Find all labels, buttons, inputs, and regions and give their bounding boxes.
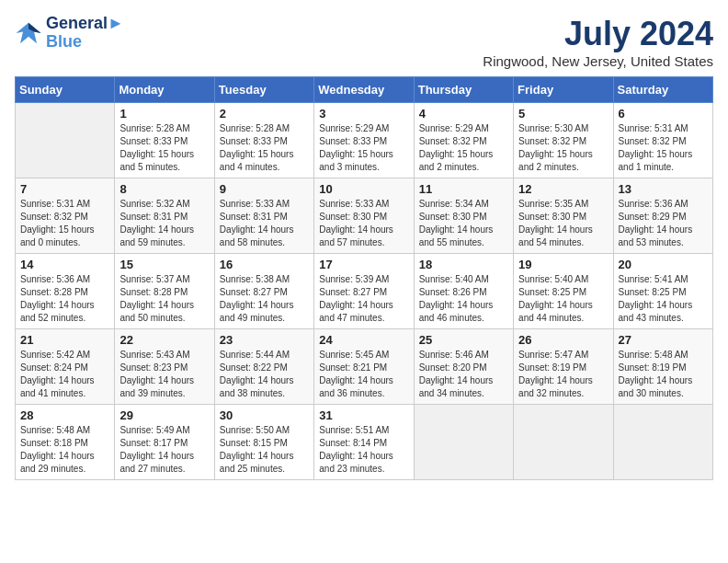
page-header: General► Blue July 2024 Ringwood, New Je… [15,15,713,69]
table-row: 3Sunrise: 5:29 AM Sunset: 8:33 PM Daylig… [314,103,414,178]
day-number: 27 [619,333,708,347]
header-tuesday: Tuesday [214,77,313,103]
calendar-header-row: Sunday Monday Tuesday Wednesday Thursday… [16,77,713,103]
day-info: Sunrise: 5:39 AM Sunset: 8:27 PM Dayligh… [319,273,408,325]
table-row [514,405,613,480]
table-row: 26Sunrise: 5:47 AM Sunset: 8:19 PM Dayli… [514,329,613,405]
day-info: Sunrise: 5:31 AM Sunset: 8:32 PM Dayligh… [619,122,708,174]
day-info: Sunrise: 5:48 AM Sunset: 8:18 PM Dayligh… [20,424,109,476]
table-row: 28Sunrise: 5:48 AM Sunset: 8:18 PM Dayli… [16,405,115,480]
calendar-week-3: 14Sunrise: 5:36 AM Sunset: 8:28 PM Dayli… [16,254,713,329]
day-info: Sunrise: 5:50 AM Sunset: 8:15 PM Dayligh… [220,424,309,476]
table-row: 31Sunrise: 5:51 AM Sunset: 8:14 PM Dayli… [314,405,414,480]
table-row: 18Sunrise: 5:40 AM Sunset: 8:26 PM Dayli… [414,254,513,329]
table-row: 6Sunrise: 5:31 AM Sunset: 8:32 PM Daylig… [613,103,712,178]
table-row [613,405,712,480]
table-row: 11Sunrise: 5:34 AM Sunset: 8:30 PM Dayli… [414,178,513,254]
day-info: Sunrise: 5:36 AM Sunset: 8:28 PM Dayligh… [20,273,109,325]
day-number: 14 [20,258,109,271]
day-info: Sunrise: 5:36 AM Sunset: 8:29 PM Dayligh… [619,198,708,249]
day-number: 8 [119,182,209,196]
day-info: Sunrise: 5:41 AM Sunset: 8:25 PM Dayligh… [619,273,708,325]
day-number: 1 [119,107,209,121]
location: Ringwood, New Jersey, United States [483,53,713,69]
header-saturday: Saturday [613,77,712,103]
day-info: Sunrise: 5:28 AM Sunset: 8:33 PM Dayligh… [119,122,209,174]
header-thursday: Thursday [414,77,513,103]
table-row: 15Sunrise: 5:37 AM Sunset: 8:28 PM Dayli… [115,254,214,329]
day-info: Sunrise: 5:32 AM Sunset: 8:31 PM Dayligh… [119,198,209,249]
calendar-week-5: 28Sunrise: 5:48 AM Sunset: 8:18 PM Dayli… [16,405,713,480]
table-row: 7Sunrise: 5:31 AM Sunset: 8:32 PM Daylig… [16,178,115,254]
day-number: 6 [619,107,708,121]
table-row: 17Sunrise: 5:39 AM Sunset: 8:27 PM Dayli… [314,254,414,329]
header-wednesday: Wednesday [314,77,414,103]
day-info: Sunrise: 5:35 AM Sunset: 8:30 PM Dayligh… [518,198,608,249]
table-row: 23Sunrise: 5:44 AM Sunset: 8:22 PM Dayli… [214,329,313,405]
day-number: 23 [220,333,309,347]
day-info: Sunrise: 5:46 AM Sunset: 8:20 PM Dayligh… [419,349,508,400]
day-info: Sunrise: 5:49 AM Sunset: 8:17 PM Dayligh… [119,424,209,476]
day-info: Sunrise: 5:44 AM Sunset: 8:22 PM Dayligh… [220,349,309,400]
calendar-table: Sunday Monday Tuesday Wednesday Thursday… [15,76,713,480]
table-row [414,405,513,480]
day-number: 13 [619,182,708,196]
table-row: 24Sunrise: 5:45 AM Sunset: 8:21 PM Dayli… [314,329,414,405]
day-number: 4 [419,107,508,121]
day-info: Sunrise: 5:33 AM Sunset: 8:30 PM Dayligh… [319,198,408,249]
calendar-week-1: 1Sunrise: 5:28 AM Sunset: 8:33 PM Daylig… [16,103,713,178]
table-row: 27Sunrise: 5:48 AM Sunset: 8:19 PM Dayli… [613,329,712,405]
day-info: Sunrise: 5:43 AM Sunset: 8:23 PM Dayligh… [119,349,209,400]
table-row [16,103,115,178]
table-row: 21Sunrise: 5:42 AM Sunset: 8:24 PM Dayli… [16,329,115,405]
day-info: Sunrise: 5:34 AM Sunset: 8:30 PM Dayligh… [419,198,508,249]
table-row: 29Sunrise: 5:49 AM Sunset: 8:17 PM Dayli… [115,405,214,480]
day-info: Sunrise: 5:30 AM Sunset: 8:32 PM Dayligh… [518,122,608,174]
day-number: 29 [119,408,209,422]
day-number: 5 [518,107,608,121]
title-block: July 2024 Ringwood, New Jersey, United S… [483,15,713,69]
day-number: 9 [220,182,309,196]
table-row: 2Sunrise: 5:28 AM Sunset: 8:33 PM Daylig… [214,103,313,178]
day-number: 12 [518,182,608,196]
table-row: 30Sunrise: 5:50 AM Sunset: 8:15 PM Dayli… [214,405,313,480]
day-number: 15 [119,258,209,271]
table-row: 25Sunrise: 5:46 AM Sunset: 8:20 PM Dayli… [414,329,513,405]
day-number: 3 [319,107,408,121]
day-info: Sunrise: 5:38 AM Sunset: 8:27 PM Dayligh… [220,273,309,325]
header-friday: Friday [514,77,613,103]
table-row: 5Sunrise: 5:30 AM Sunset: 8:32 PM Daylig… [514,103,613,178]
logo-text: General► Blue [46,15,124,52]
month-title: July 2024 [483,15,713,53]
day-info: Sunrise: 5:40 AM Sunset: 8:25 PM Dayligh… [518,273,608,325]
table-row: 13Sunrise: 5:36 AM Sunset: 8:29 PM Dayli… [613,178,712,254]
table-row: 4Sunrise: 5:29 AM Sunset: 8:32 PM Daylig… [414,103,513,178]
header-sunday: Sunday [16,77,115,103]
day-info: Sunrise: 5:48 AM Sunset: 8:19 PM Dayligh… [619,349,708,400]
day-info: Sunrise: 5:40 AM Sunset: 8:26 PM Dayligh… [419,273,508,325]
day-info: Sunrise: 5:45 AM Sunset: 8:21 PM Dayligh… [319,349,408,400]
calendar-week-2: 7Sunrise: 5:31 AM Sunset: 8:32 PM Daylig… [16,178,713,254]
day-number: 24 [319,333,408,347]
logo: General► Blue [15,15,124,52]
day-number: 2 [220,107,309,121]
day-number: 22 [119,333,209,347]
day-number: 25 [419,333,508,347]
day-number: 19 [518,258,608,271]
day-info: Sunrise: 5:29 AM Sunset: 8:33 PM Dayligh… [319,122,408,174]
day-number: 28 [20,408,109,422]
day-number: 17 [319,258,408,271]
day-number: 16 [220,258,309,271]
day-info: Sunrise: 5:29 AM Sunset: 8:32 PM Dayligh… [419,122,508,174]
calendar-week-4: 21Sunrise: 5:42 AM Sunset: 8:24 PM Dayli… [16,329,713,405]
table-row: 12Sunrise: 5:35 AM Sunset: 8:30 PM Dayli… [514,178,613,254]
day-number: 7 [20,182,109,196]
table-row: 1Sunrise: 5:28 AM Sunset: 8:33 PM Daylig… [115,103,214,178]
day-number: 18 [419,258,508,271]
day-info: Sunrise: 5:28 AM Sunset: 8:33 PM Dayligh… [220,122,309,174]
table-row: 19Sunrise: 5:40 AM Sunset: 8:25 PM Dayli… [514,254,613,329]
day-number: 21 [20,333,109,347]
day-info: Sunrise: 5:31 AM Sunset: 8:32 PM Dayligh… [20,198,109,249]
day-number: 11 [419,182,508,196]
header-monday: Monday [115,77,214,103]
